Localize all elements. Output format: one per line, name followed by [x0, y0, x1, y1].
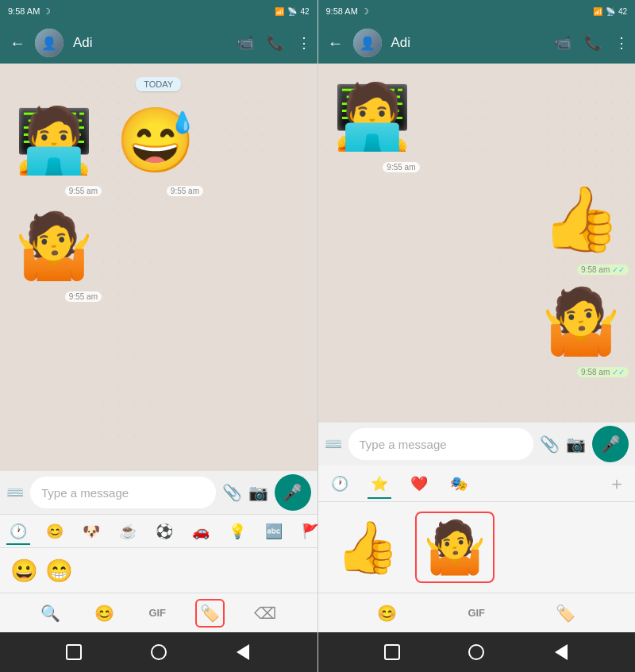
right-sticker-1-time: 9:58 am ✓✓	[577, 265, 629, 275]
left-gif-label[interactable]: GIF	[144, 602, 171, 624]
left-sticker-1-time: 9:55 am	[65, 186, 102, 196]
left-battery: 42	[300, 7, 309, 16]
right-camera-icon[interactable]: 📷	[566, 434, 586, 454]
left-tab-symbols[interactable]: 🔤	[262, 519, 286, 543]
left-bottom-nav	[0, 632, 318, 672]
left-avatar[interactable]: 👤	[35, 29, 64, 57]
left-input-bar: ⌨️ Type a message 📎 📷 🎤	[0, 471, 318, 514]
left-message-input[interactable]: Type a message	[30, 477, 216, 508]
right-sticker-add-button[interactable]: ＋	[608, 472, 625, 496]
left-back-button[interactable]: ←	[6, 31, 29, 56]
left-video-icon[interactable]: 📹	[237, 34, 254, 52]
right-message-input[interactable]: Type a message	[348, 428, 534, 460]
left-tab-objects[interactable]: 💡	[225, 519, 249, 543]
left-tab-sports[interactable]: ⚽	[152, 519, 176, 543]
right-sticker-0-img: 🧑‍💻	[325, 73, 420, 160]
right-sticker-1-img: 👍	[533, 176, 629, 263]
left-date-divider: TODAY	[6, 76, 311, 91]
right-sticker-grid-2[interactable]: 🤷	[415, 512, 495, 583]
right-avatar[interactable]: 👤	[353, 29, 382, 57]
right-sticker-tab-recent[interactable]: 🕐	[328, 472, 352, 496]
right-phone-icon[interactable]: 📞	[584, 34, 602, 52]
left-phone-icon[interactable]: 📞	[267, 34, 284, 52]
left-sticker-bottom-icon[interactable]: 🏷️	[195, 599, 225, 628]
right-sticker-tab-heart[interactable]: ❤️	[407, 472, 431, 496]
right-sticker-2: 🤷 9:58 am ✓✓	[533, 278, 629, 377]
right-nav-triangle-shape	[555, 644, 568, 660]
left-emoji-bottom-icon[interactable]: 😊	[90, 599, 119, 628]
left-camera-icon[interactable]: 📷	[248, 483, 268, 502]
right-moon-icon: ☽	[361, 6, 369, 17]
right-nav-home[interactable]	[467, 643, 486, 662]
left-wifi-icon: 📶	[275, 7, 284, 16]
right-mic-button[interactable]: 🎤	[592, 426, 629, 462]
right-nav-square[interactable]	[383, 643, 402, 662]
right-sticker-panel-tabs: 🕐 ⭐ ❤️ 🎭 ＋	[318, 465, 636, 502]
left-sticker-1-img: 🧑‍💻	[6, 97, 102, 184]
left-search-icon[interactable]: 🔍	[36, 599, 65, 628]
left-tab-travel[interactable]: 🚗	[189, 519, 213, 543]
left-sticker-2-time: 9:55 am	[167, 186, 203, 196]
right-keyboard-icon[interactable]: ⌨️	[325, 435, 342, 453]
right-nav-circle-shape	[468, 644, 484, 660]
right-sticker-1: 👍 9:58 am ✓✓	[533, 176, 629, 275]
left-emoji-2[interactable]: 😁	[44, 556, 73, 585]
left-nav-home[interactable]	[149, 643, 168, 662]
right-sticker-row-0: 🧑‍💻 9:55 am	[325, 73, 629, 172]
right-toolbar-icons: 📹 📞 ⋮	[554, 34, 629, 52]
left-sticker-3-img: 🤷	[6, 203, 102, 290]
right-contact-name: Adi	[391, 35, 548, 51]
left-emoji-grid: 😀 😁	[0, 548, 318, 593]
left-delete-icon[interactable]: ⌫	[249, 599, 281, 628]
right-sticker-0-time: 9:55 am	[383, 162, 419, 172]
left-keyboard-icon[interactable]: ⌨️	[6, 484, 24, 501]
left-emoji-panel: 🕐 😊 🐶 ☕ ⚽ 🚗 💡 🔤 🚩 😀 😁	[0, 514, 318, 593]
left-status-right: 📶 📡 42	[275, 7, 309, 16]
left-sticker-2: 😅 9:55 am	[108, 97, 203, 196]
left-sticker-row-2: 🤷 9:55 am	[6, 203, 311, 302]
right-more-icon[interactable]: ⋮	[614, 34, 629, 52]
right-video-icon[interactable]: 📹	[554, 34, 572, 52]
left-signal-icon: 📡	[287, 7, 297, 16]
right-sticker-row-2: 🤷 9:58 am ✓✓	[325, 278, 629, 377]
right-avatar-img: 👤	[353, 29, 382, 57]
left-status-left: 9:58 AM ☽	[8, 6, 51, 17]
right-nav-back[interactable]	[552, 643, 571, 662]
right-sticker-panel: 🕐 ⭐ ❤️ 🎭 ＋ 👍 🤷	[318, 465, 636, 593]
right-panel: 9:58 AM ☽ 📶 📡 42 ← 👤 Adi 📹 📞 ⋮ 🧑‍💻	[318, 0, 636, 672]
right-emoji-bottom-icon[interactable]: 😊	[372, 599, 402, 628]
right-attach-icon[interactable]: 📎	[540, 434, 560, 454]
right-back-button[interactable]: ←	[325, 31, 347, 56]
right-sticker-0: 🧑‍💻 9:55 am	[325, 73, 420, 172]
left-mic-button[interactable]: 🎤	[275, 474, 311, 511]
right-sticker-grid-1[interactable]: 👍	[328, 512, 407, 583]
left-nav-square[interactable]	[64, 643, 83, 662]
right-sticker-tab-masks[interactable]: 🎭	[447, 472, 471, 496]
right-signal-icon: 📡	[606, 7, 615, 16]
left-emoji-tabs: 🕐 😊 🐶 ☕ ⚽ 🚗 💡 🔤 🚩	[0, 515, 318, 548]
right-sticker-tab-starred[interactable]: ⭐	[368, 472, 391, 496]
left-nav-back[interactable]	[233, 643, 252, 662]
left-nav-triangle-shape	[237, 644, 249, 660]
right-sticker-row-1: 👍 9:58 am ✓✓	[325, 176, 629, 275]
left-tab-recent[interactable]: 🕐	[6, 519, 30, 543]
left-tab-food[interactable]: ☕	[116, 519, 140, 543]
right-sticker-bottom-bar: 😊 GIF 🏷️	[318, 593, 636, 632]
right-sticker-grid-1-img: 👍	[336, 518, 399, 577]
right-input-bar: ⌨️ Type a message 📎 📷 🎤	[318, 423, 636, 465]
left-sticker-2-img: 😅	[108, 97, 203, 184]
left-attach-icon[interactable]: 📎	[222, 483, 242, 502]
right-bottom-nav	[318, 632, 636, 672]
right-sticker-bottom-icon[interactable]: 🏷️	[551, 599, 580, 628]
right-gif-label[interactable]: GIF	[463, 602, 490, 624]
left-emoji-1[interactable]: 😀	[10, 556, 38, 585]
left-tab-animals[interactable]: 🐶	[79, 519, 103, 543]
right-chat-area: 🧑‍💻 9:55 am 👍 9:58 am ✓✓ 🤷	[318, 64, 636, 423]
left-nav-circle-shape	[151, 644, 167, 660]
left-tab-flags[interactable]: 🚩	[298, 519, 318, 543]
right-placeholder: Type a message	[360, 434, 447, 454]
left-tab-emoji[interactable]: 😊	[43, 519, 67, 543]
right-wifi-icon: 📶	[593, 7, 602, 16]
right-status-right: 📶 📡 42	[593, 7, 627, 16]
left-more-icon[interactable]: ⋮	[297, 34, 311, 52]
